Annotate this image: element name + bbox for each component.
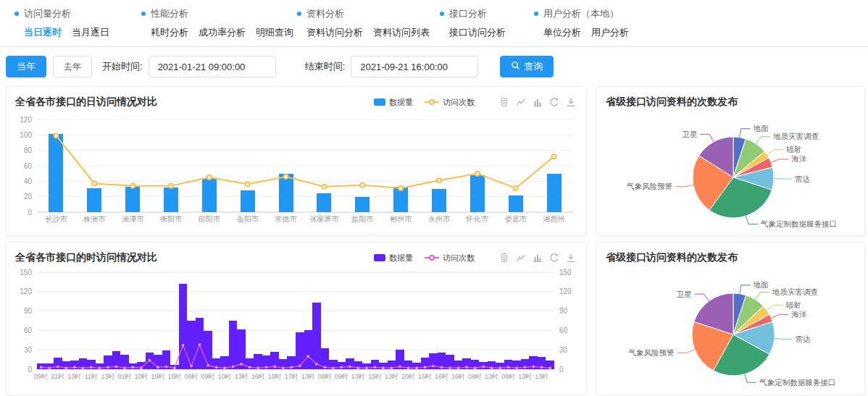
data-view-icon[interactable] — [499, 97, 509, 107]
svg-text:13时: 13时 — [301, 373, 315, 380]
province-pie-panel-2: 省级接口访问资料的次数发布 地面地质灾害调查辐射海洋雷达气象定制数据服务接口气象… — [596, 242, 865, 395]
svg-text:辐射: 辐射 — [786, 145, 801, 153]
svg-text:气象风险预警: 气象风险预警 — [628, 348, 675, 357]
restore-icon[interactable] — [549, 253, 559, 263]
nav-item[interactable]: 用户分析 — [591, 26, 629, 39]
legend-item[interactable]: 数据量 — [374, 253, 413, 264]
hourly-bar-line-chart[interactable]: 0030306060909012012015015009时21时13时11时13… — [15, 266, 579, 391]
province-pie-chart-2[interactable]: 地面地质灾害调查辐射海洋雷达气象定制数据服务接口气象风险预警卫星 — [606, 266, 858, 395]
nav-bullet-icon — [440, 12, 444, 16]
nav-item[interactable]: 接口访问分析 — [449, 26, 506, 39]
nav-group-3: 接口分析接口访问分析 — [440, 7, 534, 39]
svg-text:13时: 13时 — [101, 373, 114, 380]
nav-group-title: 性能分析 — [141, 7, 297, 20]
svg-text:60: 60 — [24, 162, 33, 170]
svg-text:气象定制数据服务接口: 气象定制数据服务接口 — [760, 219, 837, 228]
nav-item[interactable]: 资料访问分析 — [306, 26, 363, 39]
svg-text:01时: 01时 — [117, 373, 131, 380]
restore-icon[interactable] — [549, 97, 559, 107]
nav-group-title: 资料分析 — [297, 7, 440, 20]
legend-item[interactable]: 访问次数 — [425, 97, 475, 108]
download-icon[interactable] — [566, 97, 576, 107]
nav-item[interactable]: 当月逐日 — [72, 26, 109, 39]
svg-text:150: 150 — [559, 269, 572, 277]
svg-text:120: 120 — [20, 116, 32, 124]
svg-text:30: 30 — [559, 346, 568, 354]
line-chart-icon[interactable] — [516, 97, 526, 107]
svg-text:13时: 13时 — [485, 373, 498, 380]
svg-text:16时: 16时 — [435, 373, 448, 380]
nav-bullet-icon — [141, 12, 146, 16]
svg-text:16时: 16时 — [168, 373, 182, 380]
legend-label: 访问次数 — [443, 97, 475, 108]
svg-text:80: 80 — [24, 146, 33, 154]
nav-item[interactable]: 单位分析 — [543, 26, 581, 39]
legend-line-marker-icon — [425, 101, 439, 103]
nav-group-title: 用户分析（本地） — [534, 7, 657, 20]
legend-label: 访问次数 — [443, 253, 475, 264]
svg-text:永州市: 永州市 — [428, 215, 451, 223]
this-year-button[interactable]: 当年 — [6, 56, 46, 77]
search-button[interactable]: 查询 — [500, 56, 554, 77]
svg-text:13时: 13时 — [67, 373, 81, 380]
nav-item[interactable]: 明细查询 — [256, 26, 293, 39]
nav-bullet-icon — [297, 12, 301, 16]
end-time-label: 结束时间: — [305, 60, 346, 73]
svg-text:衡阳市: 衡阳市 — [159, 215, 183, 223]
search-button-label: 查询 — [524, 60, 543, 73]
svg-text:150: 150 — [20, 269, 32, 277]
svg-text:08时: 08时 — [501, 373, 515, 380]
svg-text:邵阳市: 邵阳市 — [199, 215, 221, 223]
nav-group-2: 资料分析资料访问分析资料访问列表 — [297, 7, 440, 39]
line-chart-icon[interactable] — [516, 253, 526, 263]
svg-text:海洋: 海洋 — [791, 310, 807, 319]
bar-chart-icon[interactable] — [533, 97, 543, 107]
svg-text:16时: 16时 — [451, 373, 465, 380]
legend-line-marker-icon — [425, 257, 439, 258]
legend-item[interactable]: 数据量 — [374, 97, 413, 108]
nav-item[interactable]: 耗时分析 — [151, 26, 188, 39]
nav-bullet-icon — [534, 12, 538, 16]
daily-chart-panel: 全省各市接口的日访问情况对比 数据量访问次数 020406080100120长沙… — [6, 86, 587, 236]
nav-group-0: 访问量分析当日逐时当月逐日 — [14, 7, 141, 39]
svg-text:40: 40 — [24, 177, 33, 185]
nav-item[interactable]: 资料访问列表 — [373, 26, 430, 39]
svg-text:90: 90 — [24, 307, 33, 315]
svg-text:100: 100 — [20, 131, 32, 139]
province-pie-chart-1[interactable]: 地面地质灾害调查辐射海洋雷达气象定制数据服务接口气象风险预警卫星 — [606, 111, 858, 236]
svg-text:120: 120 — [559, 287, 572, 295]
nav-item[interactable]: 成功率分析 — [199, 26, 246, 39]
hourly-chart-legend: 数据量访问次数 — [374, 253, 475, 264]
svg-text:13时: 13时 — [518, 373, 532, 380]
daily-chart-legend: 数据量访问次数 — [374, 97, 475, 108]
legend-label: 数据量 — [389, 97, 413, 108]
svg-text:60: 60 — [559, 327, 568, 334]
province-pie-title-1: 省级接口访问资料的次数发布 — [606, 96, 738, 109]
start-time-input[interactable] — [149, 56, 276, 77]
data-view-icon[interactable] — [499, 253, 509, 263]
svg-text:益阳市: 益阳市 — [351, 215, 374, 223]
svg-text:08时: 08时 — [468, 373, 482, 380]
legend-label: 数据量 — [389, 253, 413, 264]
svg-text:气象风险预警: 气象风险预警 — [626, 182, 672, 190]
svg-text:郴州市: 郴州市 — [390, 215, 412, 223]
svg-text:气象定制数据服务接口: 气象定制数据服务接口 — [759, 378, 835, 387]
download-icon[interactable] — [566, 253, 576, 263]
svg-text:怀化市: 怀化市 — [466, 215, 489, 223]
svg-text:张家界市: 张家界市 — [309, 215, 339, 223]
svg-text:湘西州: 湘西州 — [543, 215, 565, 223]
daily-bar-line-chart[interactable]: 020406080100120长沙市株洲市湘潭市衡阳市邵阳市岳阳市常德市张家界市… — [15, 111, 579, 232]
svg-text:地质灾害调查: 地质灾害调查 — [772, 287, 818, 296]
svg-text:08时: 08时 — [185, 373, 199, 380]
bar-chart-icon[interactable] — [533, 253, 543, 263]
last-year-button[interactable]: 去年 — [53, 56, 92, 77]
end-time-input[interactable] — [351, 56, 478, 77]
search-icon — [511, 61, 520, 72]
svg-text:16时: 16时 — [418, 373, 432, 380]
legend-item[interactable]: 访问次数 — [425, 253, 475, 264]
province-pie-title-2: 省级接口访问资料的次数发布 — [606, 251, 738, 264]
nav-group-title: 接口分析 — [440, 7, 534, 20]
nav-item[interactable]: 当日逐时 — [24, 26, 62, 39]
svg-text:08时: 08时 — [318, 373, 332, 380]
svg-text:娄底市: 娄底市 — [505, 215, 527, 223]
